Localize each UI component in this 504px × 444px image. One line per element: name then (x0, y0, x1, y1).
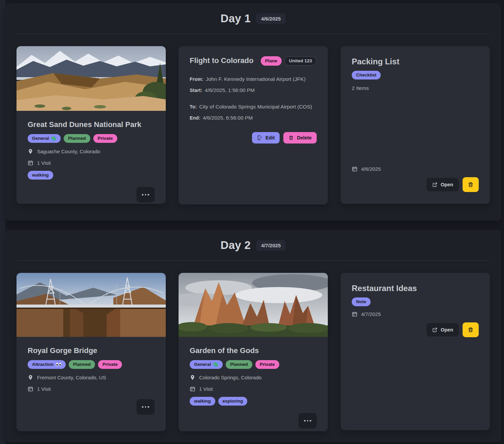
place-tags: walking exploring (190, 397, 247, 406)
more-options-button[interactable] (298, 413, 317, 429)
day-2-date-pill: 4/7/2025 (256, 240, 286, 251)
status-badge: Planned (226, 360, 252, 369)
day-1-cards: Great Sand Dunes National Park General P… (5, 46, 501, 204)
to-value: City of Colorado Springs Municipal Airpo… (199, 104, 312, 109)
delete-checklist-button[interactable] (463, 177, 479, 192)
flight-title: Flight to Colorado (190, 56, 253, 65)
place-badges: General Planned Private (190, 360, 279, 369)
place-title: Royal Gorge Bridge (28, 346, 97, 355)
day-2-section: Day 2 4/7/2025 (5, 230, 501, 442)
trash-icon (468, 327, 474, 333)
location-text: Saguache County, Colorado (37, 149, 100, 154)
place-card-body: Royal Gorge Bridge Attraction Planned Pr… (17, 337, 166, 431)
location-row: Fremont County, Colorado, US (28, 375, 106, 380)
flight-from-row: From:John F. Kennedy International Airpo… (190, 76, 317, 82)
flight-actions: Edit Delete (190, 132, 317, 144)
calendar-icon (28, 386, 33, 392)
day-1-divider (17, 34, 490, 34)
tag-pill: walking (28, 171, 53, 180)
place-card-garden-of-the-gods: Garden of the Gods General Planned Priva… (179, 273, 328, 431)
edit-button[interactable]: Edit (252, 132, 280, 144)
flight-number-badge: United 123 (284, 56, 317, 66)
day-2-title: Day 2 (221, 239, 251, 252)
sand-dunes-photo (17, 46, 166, 111)
place-card-royal-gorge-bridge: Royal Gorge Bridge Attraction Planned Pr… (17, 273, 166, 431)
category-badge: General (190, 360, 223, 369)
checklist-date-row: 4/6/2025 (352, 166, 381, 172)
from-label: From: (190, 76, 203, 82)
day-1-title: Day 1 (221, 12, 251, 25)
to-label: To: (190, 104, 197, 109)
flight-header: Flight to Colorado Plane United 123 (190, 56, 317, 66)
page-left-gutter (0, 0, 5, 444)
calendar-icon (352, 311, 357, 317)
location-text: Fremont County, Colorado, US (37, 375, 106, 380)
checklist-badges: Checklist (352, 71, 381, 80)
external-link-icon (432, 327, 438, 332)
place-card-body: Garden of the Gods General Planned Priva… (179, 337, 328, 431)
note-type-badge: Note (352, 297, 371, 306)
more-options-button[interactable] (136, 187, 155, 202)
open-button[interactable]: Open (427, 178, 459, 191)
rock-formations-photo (179, 273, 328, 337)
tag-pill: walking (190, 397, 215, 406)
visibility-badge: Private (98, 360, 122, 369)
checklist-actions: Open (352, 177, 479, 192)
location-row: Saguache County, Colorado (28, 149, 100, 154)
day-1-header: Day 1 4/6/2025 (5, 12, 501, 25)
day-1-date-pill: 4/6/2025 (256, 13, 286, 24)
globe-icon (51, 136, 56, 141)
status-badge: Planned (64, 134, 90, 143)
note-card-restaurant-ideas: Restaurant Ideas Note 4/7/2025 Open (341, 273, 490, 430)
flight-end-row: End:4/6/2025, 6:56:00 PM (190, 115, 317, 121)
visibility-badge: Private (93, 134, 117, 143)
suspension-bridge-photo (17, 273, 166, 337)
place-title: Great Sand Dunes National Park (28, 120, 141, 129)
visits-text: 1 Visit (199, 386, 213, 392)
day-1-section: Day 1 4/6/2025 (5, 3, 501, 221)
location-row: Colorado Springs, Colorado (190, 375, 261, 380)
note-actions: Open (352, 322, 479, 337)
visits-row: 1 Visit (28, 386, 51, 392)
tag-pill: exploring (218, 397, 248, 406)
delete-button[interactable]: Delete (283, 132, 317, 144)
end-value: 4/6/2025, 6:56:00 PM (203, 115, 253, 121)
checklist-type-badge: Checklist (352, 71, 381, 80)
place-badges: Attraction Planned Private (28, 360, 122, 369)
more-options-button[interactable] (136, 399, 155, 415)
end-label: End: (190, 115, 200, 121)
globe-icon (213, 362, 218, 367)
checklist-card-packing-list: Packing List Checklist 2 Items 4/6/2025 … (341, 46, 490, 204)
start-value: 4/6/2025, 1:56:00 PM (205, 87, 255, 93)
flight-to-row: To:City of Colorado Springs Municipal Ai… (190, 104, 317, 110)
category-badge: General (28, 134, 61, 143)
place-title: Garden of the Gods (190, 346, 259, 355)
calendar-icon (28, 160, 33, 166)
note-date-row: 4/7/2025 (352, 311, 381, 317)
eyes-icon (56, 363, 61, 366)
place-card-body: Great Sand Dunes National Park General P… (17, 111, 166, 204)
file-pen-icon (257, 135, 262, 140)
visits-text: 1 Visit (37, 160, 51, 166)
pin-icon (190, 375, 195, 380)
note-title: Restaurant Ideas (352, 284, 417, 293)
items-count: 2 Items (352, 85, 369, 91)
visits-text: 1 Visit (37, 386, 51, 392)
open-button[interactable]: Open (427, 323, 459, 337)
place-card-great-sand-dunes: Great Sand Dunes National Park General P… (17, 46, 166, 204)
day-2-cards: Royal Gorge Bridge Attraction Planned Pr… (5, 273, 501, 431)
place-badges: General Planned Private (28, 134, 117, 143)
visits-row: 1 Visit (190, 386, 213, 392)
trash-icon (468, 182, 474, 188)
visibility-badge: Private (255, 360, 279, 369)
place-tags: walking (28, 171, 53, 180)
pin-icon (28, 149, 33, 154)
checklist-date: 4/6/2025 (361, 166, 381, 172)
status-badge: Planned (69, 360, 95, 369)
calendar-icon (190, 386, 195, 392)
delete-note-button[interactable] (463, 322, 479, 337)
from-value: John F. Kennedy International Airport (J… (206, 76, 306, 82)
pin-icon (28, 375, 33, 380)
category-badge: Attraction (28, 360, 66, 369)
location-text: Colorado Springs, Colorado (199, 375, 261, 380)
